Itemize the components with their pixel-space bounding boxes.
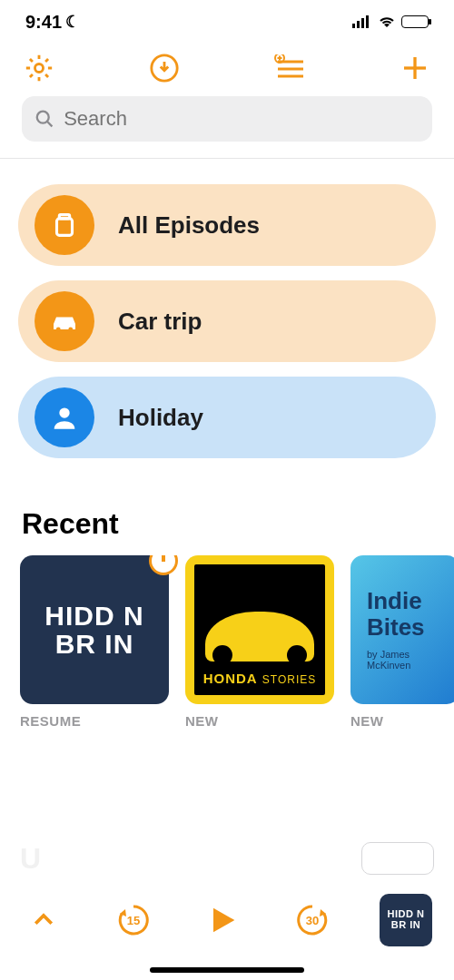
category-label: Car trip bbox=[118, 308, 202, 336]
download-circle-icon bbox=[149, 53, 180, 83]
search-input[interactable] bbox=[64, 107, 419, 131]
category-all-episodes[interactable]: All Episodes bbox=[18, 184, 436, 266]
svg-point-4 bbox=[35, 64, 43, 72]
art-text: BR IN bbox=[55, 630, 134, 659]
svg-point-14 bbox=[37, 112, 49, 123]
category-car-trip[interactable]: Car trip bbox=[18, 280, 436, 362]
status-time-group: 9:41 ☾ bbox=[25, 12, 80, 33]
category-label: Holiday bbox=[118, 404, 203, 432]
add-button[interactable] bbox=[398, 51, 432, 85]
moon-icon: ☾ bbox=[65, 12, 80, 32]
svg-rect-2 bbox=[361, 18, 364, 28]
recent-title: Recent bbox=[0, 467, 454, 555]
art-text: Indie bbox=[367, 589, 422, 613]
gear-icon bbox=[24, 53, 54, 83]
segmented-control[interactable] bbox=[361, 842, 434, 875]
art-text: HONDA STORIES bbox=[203, 665, 317, 695]
recent-item-3[interactable]: Indie Bites by James McKinven NEW bbox=[350, 555, 454, 729]
svg-point-20 bbox=[59, 407, 69, 417]
recent-status: NEW bbox=[185, 713, 334, 729]
battery-icon bbox=[401, 15, 429, 28]
settings-button[interactable] bbox=[22, 51, 56, 85]
svg-rect-17 bbox=[59, 215, 69, 219]
category-label: All Episodes bbox=[118, 211, 260, 240]
svg-rect-3 bbox=[366, 15, 369, 28]
svg-rect-16 bbox=[57, 219, 73, 235]
svg-point-19 bbox=[68, 328, 73, 332]
home-indicator bbox=[150, 967, 304, 973]
category-holiday[interactable]: Holiday bbox=[18, 377, 436, 458]
podcast-art-hidden-brain[interactable]: HIDD N BR IN bbox=[20, 555, 169, 704]
add-to-list-icon bbox=[272, 54, 307, 82]
recent-row[interactable]: HIDD N BR IN RESUME HONDA STORIES NEW In… bbox=[0, 555, 454, 729]
status-bar: 9:41 ☾ bbox=[0, 0, 454, 44]
status-indicators bbox=[352, 15, 429, 28]
skip-back-15-icon: 15 bbox=[114, 901, 153, 939]
cutoff-section: U bbox=[20, 842, 434, 878]
plus-icon bbox=[400, 54, 429, 83]
status-time: 9:41 bbox=[25, 12, 62, 33]
recent-item-1[interactable]: HIDD N BR IN RESUME bbox=[20, 555, 169, 729]
search-icon bbox=[35, 108, 54, 130]
cellular-icon bbox=[352, 15, 372, 28]
recent-item-2[interactable]: HONDA STORIES NEW bbox=[185, 555, 334, 729]
podcast-art-indie-bites[interactable]: Indie Bites by James McKinven bbox=[350, 555, 454, 704]
recent-status: RESUME bbox=[20, 713, 169, 729]
art-text: Bites bbox=[367, 613, 425, 642]
episodes-icon bbox=[35, 195, 94, 255]
recent-status: NEW bbox=[350, 713, 454, 729]
svg-text:15: 15 bbox=[126, 914, 139, 927]
svg-rect-0 bbox=[352, 24, 355, 28]
play-button[interactable] bbox=[201, 898, 244, 942]
person-icon bbox=[35, 387, 94, 447]
now-playing-art[interactable]: HIDD N BR IN bbox=[380, 894, 432, 946]
svg-line-15 bbox=[47, 122, 53, 127]
play-icon bbox=[204, 902, 241, 938]
categories-list: All Episodes Car trip Holiday bbox=[0, 159, 454, 467]
skip-forward-button[interactable]: 30 bbox=[291, 898, 334, 942]
art-text: BR IN bbox=[391, 920, 420, 931]
art-text: HIDD N bbox=[44, 602, 143, 631]
svg-rect-1 bbox=[357, 21, 360, 28]
car-icon bbox=[35, 291, 94, 351]
toolbar bbox=[0, 44, 454, 96]
svg-point-18 bbox=[56, 328, 61, 332]
mini-player: 15 30 HIDD N BR IN bbox=[0, 878, 454, 962]
expand-player-button[interactable] bbox=[22, 898, 65, 942]
art-byline: by James McKinven bbox=[367, 649, 443, 671]
chevron-up-icon bbox=[30, 906, 57, 934]
search-container bbox=[0, 96, 454, 158]
car-illustration bbox=[205, 612, 314, 662]
svg-text:30: 30 bbox=[305, 914, 318, 927]
search-field[interactable] bbox=[22, 96, 432, 142]
podcast-art-honda-stories[interactable]: HONDA STORIES bbox=[185, 555, 334, 704]
wifi-icon bbox=[378, 15, 396, 28]
skip-forward-30-icon: 30 bbox=[293, 901, 331, 939]
queue-button[interactable] bbox=[272, 51, 307, 85]
skip-back-button[interactable]: 15 bbox=[112, 898, 155, 942]
downloads-button[interactable] bbox=[147, 51, 182, 85]
